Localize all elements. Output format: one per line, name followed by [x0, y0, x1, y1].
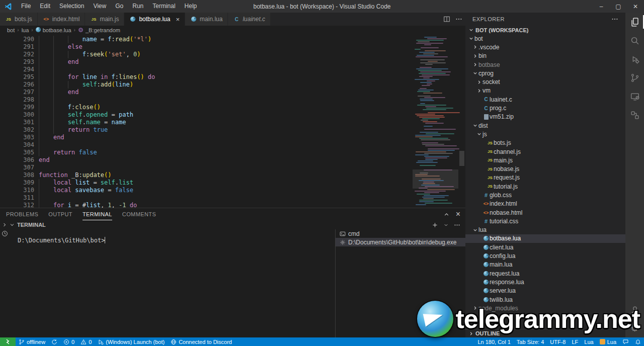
explorer-item-bot[interactable]: bot: [465, 34, 625, 43]
explorer-item-prog.c[interactable]: Cprog.c: [465, 104, 625, 112]
maximize-button[interactable]: ▢: [610, 0, 627, 13]
terminal-instance[interactable]: D:\Documents\GitHub\bot\bin\debug.exe: [336, 238, 465, 246]
tab-main.lua[interactable]: main.lua: [185, 13, 228, 26]
explorer-item-dist[interactable]: dist: [465, 121, 625, 130]
minimap[interactable]: [413, 34, 458, 208]
close-button[interactable]: ✕: [627, 0, 644, 13]
terminal-more-icon[interactable]: [454, 222, 460, 228]
explorer-item-nobase.js[interactable]: JSnobase.js: [465, 164, 625, 173]
status-errors[interactable]: 0: [60, 337, 77, 346]
terminal-dropdown-icon[interactable]: [443, 222, 449, 228]
terminal-output[interactable]: D:\Documents\GitHub\bot>: [9, 229, 336, 337]
menu-run[interactable]: Run: [128, 0, 148, 13]
breadcrumb-item[interactable]: botbase.lua: [36, 27, 71, 33]
tab-main.js[interactable]: JSmain.js: [85, 13, 124, 26]
status-encoding[interactable]: UTF-8: [547, 337, 569, 346]
history-clock-icon[interactable]: [2, 230, 8, 237]
outline-section[interactable]: OUTLINE: [465, 329, 625, 337]
status-cursor-position[interactable]: Ln 180, Col 1: [474, 337, 513, 346]
explorer-item-bin[interactable]: bin: [465, 52, 625, 60]
panel-tab-problems[interactable]: PROBLEMS: [6, 208, 38, 220]
explorer-item-tutorial.js[interactable]: JStutorial.js: [465, 182, 625, 191]
explorer-item-glob.css[interactable]: #glob.css: [465, 191, 625, 199]
status-feedback[interactable]: [619, 337, 632, 346]
panel-chevron-right-icon[interactable]: [0, 222, 9, 228]
explorer-item-config.lua[interactable]: config.lua: [465, 251, 625, 260]
status-discord-status[interactable]: Connected to Discord: [168, 337, 235, 346]
panel-maximize-icon[interactable]: [443, 211, 450, 218]
explorer-item-.vscode[interactable]: .vscode: [465, 43, 625, 51]
status-warnings[interactable]: 0: [77, 337, 95, 346]
explorer-item-botbase.lua[interactable]: botbase.lua: [465, 234, 625, 243]
settings-icon[interactable]: ⚙: [625, 319, 644, 337]
explorer-item-request.lua[interactable]: request.lua: [465, 269, 625, 278]
tab-index.html[interactable]: <>index.html: [38, 13, 86, 26]
explorer-item-botbase[interactable]: botbase: [465, 60, 625, 69]
status-sync[interactable]: [48, 337, 60, 346]
explorer-item-request.js[interactable]: JSrequest.js: [465, 174, 625, 182]
scrollbar-thumb[interactable]: [459, 151, 464, 166]
explorer-item-twilib.lua[interactable]: twilib.lua: [465, 295, 625, 304]
explorer-item-cprog[interactable]: cprog: [465, 69, 625, 77]
explorer-item-socket[interactable]: socket: [465, 77, 625, 86]
explorer-item-js[interactable]: js: [465, 130, 625, 138]
code-editor[interactable]: 2902912922932942952962972982993003013023…: [0, 34, 465, 208]
split-editor-icon[interactable]: [443, 16, 450, 23]
menu-selection[interactable]: Selection: [55, 0, 89, 13]
explorer-item-tutorial.css[interactable]: #tutorial.css: [465, 217, 625, 225]
minimize-button[interactable]: –: [593, 0, 610, 13]
menu-file[interactable]: File: [17, 0, 35, 13]
terminal-section-header[interactable]: TERMINAL: [0, 220, 465, 229]
breadcrumb-item[interactable]: bot: [7, 27, 15, 33]
explorer-item-client.lua[interactable]: client.lua: [465, 243, 625, 251]
menu-go[interactable]: Go: [111, 0, 128, 13]
panel-tab-comments[interactable]: COMMENTS: [122, 208, 156, 220]
explorer-item-nobase.html[interactable]: <>nobase.html: [465, 208, 625, 217]
terminal-instance[interactable]: cmd: [336, 229, 465, 238]
editor-scrollbar[interactable]: [458, 34, 465, 208]
breadcrumb-item[interactable]: lua: [22, 27, 29, 33]
status-branch[interactable]: offlinew: [16, 337, 48, 346]
new-terminal-icon[interactable]: [432, 222, 438, 228]
explorer-item-node_modules[interactable]: node_modules: [465, 304, 625, 312]
panel-tab-terminal[interactable]: TERMINAL: [83, 208, 112, 220]
status-notifications[interactable]: [632, 337, 644, 346]
menu-edit[interactable]: Edit: [35, 0, 55, 13]
explorer-item-vm[interactable]: vm: [465, 86, 625, 95]
workspace-root[interactable]: BOT (WORKSPACE): [465, 26, 625, 34]
run-debug-icon[interactable]: [625, 50, 644, 68]
editor-more-actions-icon[interactable]: [455, 16, 462, 23]
status-lua-extension[interactable]: Lua: [597, 337, 619, 346]
search-icon[interactable]: [625, 31, 644, 50]
explorer-item-index.html[interactable]: <>index.html: [465, 200, 625, 208]
explorer-more-icon[interactable]: [611, 16, 618, 23]
explorer-item-main.js[interactable]: JSmain.js: [465, 156, 625, 164]
panel-close-icon[interactable]: ×: [456, 210, 460, 219]
remote-explorer-icon[interactable]: [625, 87, 644, 106]
tab-bots.js[interactable]: JSbots.js: [0, 13, 38, 26]
explorer-item-bots.js[interactable]: JSbots.js: [465, 139, 625, 147]
explorer-item-response.lua[interactable]: response.lua: [465, 278, 625, 286]
status-language-mode[interactable]: Lua: [581, 337, 596, 346]
status-eol[interactable]: LF: [569, 337, 581, 346]
explorer-item-lua[interactable]: lua: [465, 226, 625, 234]
explorer-item-server.lua[interactable]: server.lua: [465, 287, 625, 295]
breadcrumb[interactable]: bot›lua›botbase.lua›_B:getrandom: [0, 26, 465, 34]
tab-luainet.c[interactable]: Cluainet.c: [228, 13, 271, 26]
tab-botbase.lua[interactable]: botbase.lua×: [124, 13, 185, 26]
tab-close-icon[interactable]: ×: [176, 16, 180, 23]
explorer-item-main.lua[interactable]: main.lua: [465, 261, 625, 269]
status-remote[interactable]: [0, 337, 16, 346]
terminal-chevron-down-icon[interactable]: [9, 222, 15, 228]
account-icon[interactable]: [625, 300, 644, 319]
breadcrumb-item[interactable]: _B:getrandom: [78, 27, 120, 33]
explorer-item-channel.js[interactable]: JSchannel.js: [465, 147, 625, 156]
status-debug-launch[interactable]: (Windows) Launch (bot): [95, 337, 168, 346]
explorer-item-luainet.c[interactable]: Cluainet.c: [465, 95, 625, 104]
explorer-item-vm51.zip[interactable]: vm51.zip: [465, 113, 625, 121]
custom-view-icon[interactable]: [625, 106, 644, 124]
menu-help[interactable]: Help: [180, 0, 202, 13]
source-control-icon[interactable]: [625, 68, 644, 87]
panel-tab-output[interactable]: OUTPUT: [48, 208, 72, 220]
menu-view[interactable]: View: [89, 0, 111, 13]
